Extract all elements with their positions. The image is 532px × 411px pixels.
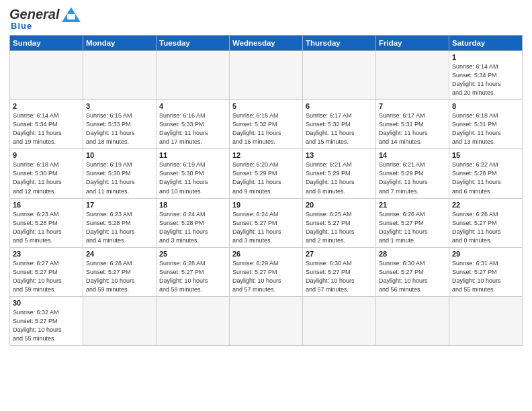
day-info: Sunrise: 6:16 AM Sunset: 5:32 PM Dayligh… <box>232 111 300 146</box>
calendar-cell: 25Sunrise: 6:28 AM Sunset: 5:27 PM Dayli… <box>157 247 230 296</box>
day-number: 23 <box>13 250 80 258</box>
day-number: 26 <box>232 250 300 258</box>
header: General Blue <box>9 7 523 31</box>
day-number: 4 <box>159 102 226 110</box>
day-number: 19 <box>232 201 300 209</box>
logo-icon <box>62 7 81 22</box>
day-number: 11 <box>159 151 226 159</box>
day-info: Sunrise: 6:14 AM Sunset: 5:34 PM Dayligh… <box>13 111 80 146</box>
day-info: Sunrise: 6:27 AM Sunset: 5:27 PM Dayligh… <box>13 259 80 294</box>
day-number: 15 <box>452 151 519 159</box>
day-info: Sunrise: 6:18 AM Sunset: 5:31 PM Dayligh… <box>452 111 519 146</box>
day-number: 9 <box>13 151 80 159</box>
day-number: 8 <box>452 102 519 110</box>
day-info: Sunrise: 6:30 AM Sunset: 5:27 PM Dayligh… <box>379 259 446 294</box>
header-thursday: Thursday <box>303 36 376 51</box>
weekday-header-row: Sunday Monday Tuesday Wednesday Thursday… <box>10 36 523 51</box>
calendar-cell <box>157 51 230 100</box>
calendar-cell: 30Sunrise: 6:32 AM Sunset: 5:27 PM Dayli… <box>10 296 83 345</box>
day-number: 2 <box>13 102 80 110</box>
day-number: 5 <box>232 102 300 110</box>
calendar-cell <box>376 296 449 345</box>
calendar-cell: 21Sunrise: 6:26 AM Sunset: 5:27 PM Dayli… <box>376 198 449 247</box>
calendar-cell: 29Sunrise: 6:31 AM Sunset: 5:27 PM Dayli… <box>449 247 523 296</box>
calendar-table: Sunday Monday Tuesday Wednesday Thursday… <box>9 35 523 346</box>
svg-rect-1 <box>67 14 75 19</box>
day-info: Sunrise: 6:23 AM Sunset: 5:28 PM Dayligh… <box>13 210 80 245</box>
calendar-week-row: 23Sunrise: 6:27 AM Sunset: 5:27 PM Dayli… <box>10 247 523 296</box>
day-number: 16 <box>13 201 80 209</box>
calendar-cell <box>303 296 376 345</box>
day-number: 28 <box>379 250 446 258</box>
day-number: 24 <box>86 250 153 258</box>
calendar-cell: 9Sunrise: 6:18 AM Sunset: 5:30 PM Daylig… <box>10 149 83 198</box>
calendar-cell <box>303 51 376 100</box>
calendar-cell <box>376 51 449 100</box>
calendar-cell: 18Sunrise: 6:24 AM Sunset: 5:28 PM Dayli… <box>157 198 230 247</box>
calendar-week-row: 16Sunrise: 6:23 AM Sunset: 5:28 PM Dayli… <box>10 198 523 247</box>
day-number: 18 <box>159 201 226 209</box>
day-info: Sunrise: 6:16 AM Sunset: 5:33 PM Dayligh… <box>159 111 226 146</box>
calendar-cell <box>230 296 303 345</box>
calendar-cell: 22Sunrise: 6:26 AM Sunset: 5:27 PM Dayli… <box>449 198 523 247</box>
day-info: Sunrise: 6:31 AM Sunset: 5:27 PM Dayligh… <box>452 259 519 294</box>
calendar-cell: 10Sunrise: 6:19 AM Sunset: 5:30 PM Dayli… <box>83 149 157 198</box>
calendar-cell <box>157 296 230 345</box>
day-info: Sunrise: 6:29 AM Sunset: 5:27 PM Dayligh… <box>232 259 300 294</box>
calendar-cell: 5Sunrise: 6:16 AM Sunset: 5:32 PM Daylig… <box>230 100 303 149</box>
day-number: 17 <box>86 201 153 209</box>
day-number: 21 <box>379 201 446 209</box>
day-info: Sunrise: 6:28 AM Sunset: 5:27 PM Dayligh… <box>159 259 226 294</box>
calendar-week-row: 9Sunrise: 6:18 AM Sunset: 5:30 PM Daylig… <box>10 149 523 198</box>
day-number: 7 <box>379 102 446 110</box>
calendar-cell: 12Sunrise: 6:20 AM Sunset: 5:29 PM Dayli… <box>230 149 303 198</box>
header-monday: Monday <box>83 36 157 51</box>
calendar-cell: 24Sunrise: 6:28 AM Sunset: 5:27 PM Dayli… <box>83 247 157 296</box>
calendar-cell: 13Sunrise: 6:21 AM Sunset: 5:29 PM Dayli… <box>303 149 376 198</box>
calendar-cell: 19Sunrise: 6:24 AM Sunset: 5:27 PM Dayli… <box>230 198 303 247</box>
day-info: Sunrise: 6:28 AM Sunset: 5:27 PM Dayligh… <box>86 259 153 294</box>
calendar-week-row: 1Sunrise: 6:14 AM Sunset: 5:34 PM Daylig… <box>10 51 523 100</box>
header-tuesday: Tuesday <box>157 36 230 51</box>
day-number: 13 <box>306 151 373 159</box>
day-number: 30 <box>13 299 80 307</box>
header-wednesday: Wednesday <box>230 36 303 51</box>
calendar-cell: 3Sunrise: 6:15 AM Sunset: 5:33 PM Daylig… <box>83 100 157 149</box>
calendar-cell <box>83 51 157 100</box>
calendar-cell: 7Sunrise: 6:17 AM Sunset: 5:31 PM Daylig… <box>376 100 449 149</box>
calendar-cell: 2Sunrise: 6:14 AM Sunset: 5:34 PM Daylig… <box>10 100 83 149</box>
calendar-cell: 8Sunrise: 6:18 AM Sunset: 5:31 PM Daylig… <box>449 100 523 149</box>
day-info: Sunrise: 6:14 AM Sunset: 5:34 PM Dayligh… <box>452 62 519 97</box>
day-info: Sunrise: 6:24 AM Sunset: 5:27 PM Dayligh… <box>232 210 300 245</box>
day-info: Sunrise: 6:17 AM Sunset: 5:32 PM Dayligh… <box>306 111 373 146</box>
calendar-cell <box>83 296 157 345</box>
calendar-week-row: 2Sunrise: 6:14 AM Sunset: 5:34 PM Daylig… <box>10 100 523 149</box>
day-info: Sunrise: 6:26 AM Sunset: 5:27 PM Dayligh… <box>379 210 446 245</box>
day-number: 20 <box>306 201 373 209</box>
day-info: Sunrise: 6:30 AM Sunset: 5:27 PM Dayligh… <box>306 259 373 294</box>
day-number: 22 <box>452 201 519 209</box>
calendar-cell <box>10 51 83 100</box>
day-number: 10 <box>86 151 153 159</box>
calendar-cell: 28Sunrise: 6:30 AM Sunset: 5:27 PM Dayli… <box>376 247 449 296</box>
logo-area: General Blue <box>9 7 81 31</box>
day-number: 14 <box>379 151 446 159</box>
page: General Blue Sunday Monday Tuesday Wedne… <box>0 0 532 411</box>
logo-general-text: General <box>9 7 59 22</box>
calendar-cell: 4Sunrise: 6:16 AM Sunset: 5:33 PM Daylig… <box>157 100 230 149</box>
header-friday: Friday <box>376 36 449 51</box>
calendar-cell <box>230 51 303 100</box>
day-number: 1 <box>452 53 519 61</box>
day-number: 27 <box>306 250 373 258</box>
day-info: Sunrise: 6:25 AM Sunset: 5:27 PM Dayligh… <box>306 210 373 245</box>
day-info: Sunrise: 6:26 AM Sunset: 5:27 PM Dayligh… <box>452 210 519 245</box>
calendar-cell: 27Sunrise: 6:30 AM Sunset: 5:27 PM Dayli… <box>303 247 376 296</box>
day-info: Sunrise: 6:32 AM Sunset: 5:27 PM Dayligh… <box>13 308 80 343</box>
calendar-cell: 6Sunrise: 6:17 AM Sunset: 5:32 PM Daylig… <box>303 100 376 149</box>
logo: General <box>9 7 81 22</box>
day-info: Sunrise: 6:17 AM Sunset: 5:31 PM Dayligh… <box>379 111 446 146</box>
calendar-cell: 15Sunrise: 6:22 AM Sunset: 5:28 PM Dayli… <box>449 149 523 198</box>
day-info: Sunrise: 6:24 AM Sunset: 5:28 PM Dayligh… <box>159 210 226 245</box>
calendar-week-row: 30Sunrise: 6:32 AM Sunset: 5:27 PM Dayli… <box>10 296 523 345</box>
calendar-cell: 23Sunrise: 6:27 AM Sunset: 5:27 PM Dayli… <box>10 247 83 296</box>
